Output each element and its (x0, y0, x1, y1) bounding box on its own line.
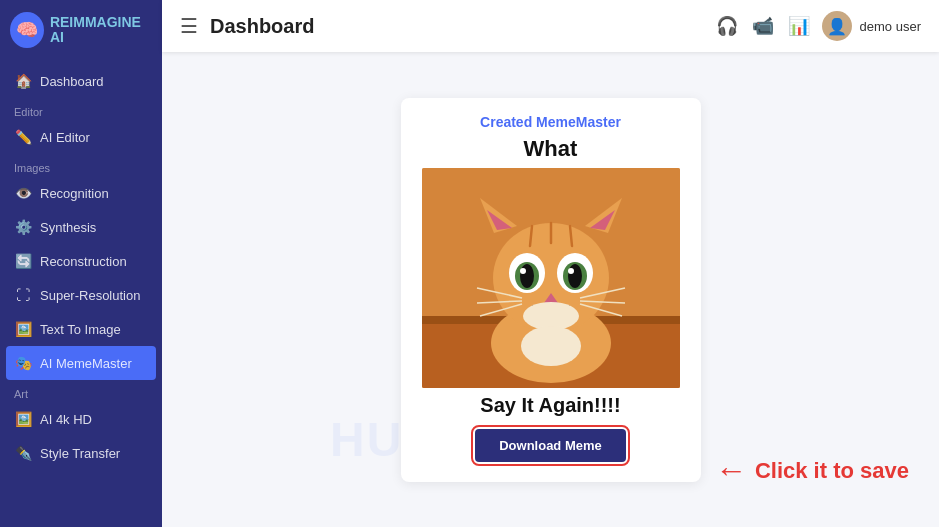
super-resolution-icon: ⛶ (14, 286, 32, 304)
meme-top-text: What (524, 136, 578, 162)
topbar-icons: 🎧 📹 📊 (716, 15, 810, 37)
annotation: ← Click it to save (715, 452, 909, 489)
sidebar-item-text-to-image[interactable]: 🖼️ Text To Image (0, 312, 162, 346)
user-name: demo user (860, 19, 921, 34)
annotation-label: Click it to save (755, 458, 909, 484)
ai-editor-icon: ✏️ (14, 128, 32, 146)
sidebar-label-text-to-image: Text To Image (40, 322, 121, 337)
sidebar-label-ai-mememaster: AI MemeMaster (40, 356, 132, 371)
meme-card: Created MemeMaster What (401, 98, 701, 482)
svg-point-30 (521, 326, 581, 366)
sidebar-item-reconstruction[interactable]: 🔄 Reconstruction (0, 244, 162, 278)
home-icon: 🏠 (14, 72, 32, 90)
user-section: 👤 demo user (822, 11, 921, 41)
download-meme-button[interactable]: Download Meme (475, 429, 626, 462)
meme-image-svg (422, 168, 680, 388)
meme-bottom-text: Say It Again!!!! (480, 394, 620, 417)
sidebar-section-art: Art (0, 380, 162, 402)
sidebar-item-super-resolution[interactable]: ⛶ Super-Resolution (0, 278, 162, 312)
sidebar-label-recognition: Recognition (40, 186, 109, 201)
reconstruction-icon: 🔄 (14, 252, 32, 270)
sidebar-label-super-resolution: Super-Resolution (40, 288, 140, 303)
logo-text-main: REIMMAGINE (50, 14, 141, 30)
sidebar-section-images: Images (0, 154, 162, 176)
logo-text-sub: AI (50, 29, 64, 45)
svg-point-14 (520, 264, 534, 288)
sidebar-item-ai-mememaster[interactable]: 🎭 AI MemeMaster (6, 346, 156, 380)
ai-4k-icon: 🖼️ (14, 410, 32, 428)
sidebar-navigation: 🏠 Dashboard Editor ✏️ AI Editor Images 👁… (0, 60, 162, 527)
avatar: 👤 (822, 11, 852, 41)
svg-point-18 (568, 264, 582, 288)
sidebar-label-reconstruction: Reconstruction (40, 254, 127, 269)
svg-point-19 (568, 268, 574, 274)
share-icon[interactable]: 📊 (788, 15, 810, 37)
sidebar-label-ai-4k-hd: AI 4k HD (40, 412, 92, 427)
sidebar-item-ai-4k-hd[interactable]: 🖼️ AI 4k HD (0, 402, 162, 436)
mememaster-icon: 🎭 (14, 354, 32, 372)
meme-image (422, 168, 680, 388)
logo-icon: 🧠 (10, 12, 44, 48)
logo: 🧠 REIMMAGINE AI (0, 0, 162, 60)
logo-text: REIMMAGINE AI (50, 15, 152, 46)
sidebar-label-style-transfer: Style Transfer (40, 446, 120, 461)
sidebar: 🧠 REIMMAGINE AI 🏠 Dashboard Editor ✏️ AI… (0, 0, 162, 527)
style-transfer-icon: ✒️ (14, 444, 32, 462)
sidebar-item-dashboard[interactable]: 🏠 Dashboard (0, 64, 162, 98)
page-title: Dashboard (210, 15, 704, 38)
sidebar-section-editor: Editor (0, 98, 162, 120)
meme-card-header: Created MemeMaster (480, 114, 621, 130)
topbar: ☰ Dashboard 🎧 📹 📊 👤 demo user (162, 0, 939, 52)
sidebar-label-ai-editor: AI Editor (40, 130, 90, 145)
svg-point-15 (520, 268, 526, 274)
sidebar-item-synthesis[interactable]: ⚙️ Synthesis (0, 210, 162, 244)
sidebar-label-dashboard: Dashboard (40, 74, 104, 89)
hamburger-icon[interactable]: ☰ (180, 14, 198, 38)
annotation-arrow-icon: ← (715, 452, 747, 489)
sidebar-item-recognition[interactable]: 👁️ Recognition (0, 176, 162, 210)
sidebar-label-synthesis: Synthesis (40, 220, 96, 235)
synthesis-icon: ⚙️ (14, 218, 32, 236)
recognition-icon: 👁️ (14, 184, 32, 202)
svg-point-29 (523, 302, 579, 330)
sidebar-item-style-transfer[interactable]: ✒️ Style Transfer (0, 436, 162, 470)
text-to-image-icon: 🖼️ (14, 320, 32, 338)
video-icon[interactable]: 📹 (752, 15, 774, 37)
headset-icon[interactable]: 🎧 (716, 15, 738, 37)
main-content: HUDAReview Created MemeMaster What (162, 52, 939, 527)
sidebar-item-ai-editor[interactable]: ✏️ AI Editor (0, 120, 162, 154)
